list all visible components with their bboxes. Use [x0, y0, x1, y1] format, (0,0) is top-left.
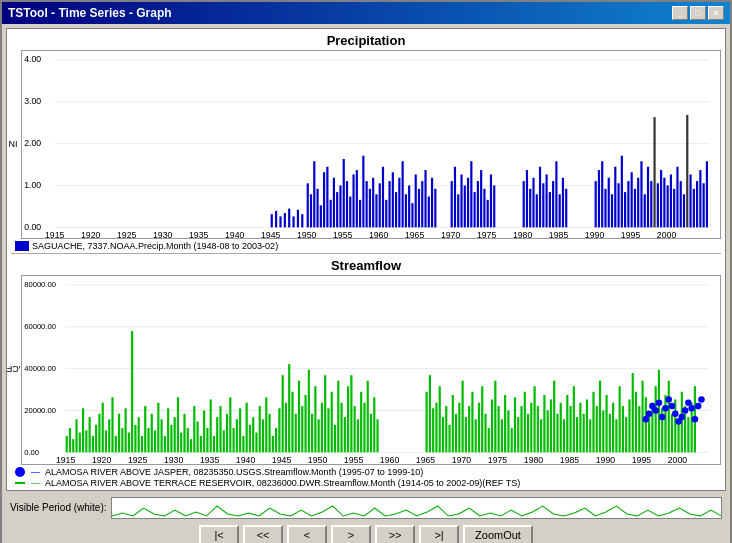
svg-point-363: [692, 416, 699, 423]
svg-rect-206: [187, 429, 189, 453]
svg-rect-281: [478, 403, 480, 453]
svg-rect-292: [514, 398, 516, 453]
svg-rect-295: [524, 392, 526, 453]
svg-text:1960: 1960: [380, 456, 400, 464]
svg-rect-235: [282, 376, 284, 453]
streamflow-svg: 80000.00 60000.00 40000.00 20000.00 0.00: [22, 276, 720, 463]
svg-rect-51: [352, 174, 354, 227]
svg-text:1935: 1935: [200, 456, 220, 464]
svg-rect-270: [442, 418, 444, 453]
svg-point-354: [662, 405, 669, 412]
first-button[interactable]: |<: [199, 525, 239, 543]
svg-rect-288: [501, 420, 503, 453]
svg-rect-227: [255, 433, 257, 453]
svg-rect-209: [197, 422, 199, 453]
svg-rect-223: [242, 436, 244, 453]
svg-point-359: [679, 414, 686, 421]
svg-rect-256: [350, 376, 352, 453]
svg-rect-234: [278, 409, 280, 453]
svg-rect-56: [369, 189, 371, 228]
svg-rect-107: [601, 161, 603, 227]
svg-rect-117: [634, 189, 636, 228]
svg-rect-193: [144, 406, 146, 452]
svg-rect-42: [323, 172, 325, 227]
svg-rect-139: [706, 161, 708, 227]
precipitation-legend-color: [15, 241, 29, 251]
svg-rect-332: [645, 398, 647, 453]
svg-rect-296: [527, 414, 529, 453]
svg-rect-183: [111, 398, 113, 453]
svg-rect-330: [638, 406, 640, 452]
svg-rect-304: [553, 381, 555, 453]
svg-rect-30: [275, 211, 277, 228]
svg-rect-257: [354, 406, 356, 452]
svg-rect-339: [668, 381, 670, 453]
svg-rect-331: [641, 381, 643, 453]
svg-rect-133: [686, 115, 688, 227]
svg-rect-310: [573, 387, 575, 453]
svg-rect-282: [481, 387, 483, 453]
svg-rect-233: [275, 429, 277, 453]
svg-rect-106: [598, 170, 600, 227]
svg-rect-46: [336, 192, 338, 227]
svg-rect-38: [310, 194, 312, 227]
svg-rect-302: [547, 411, 549, 453]
svg-rect-112: [617, 183, 619, 227]
svg-rect-236: [285, 403, 287, 453]
svg-text:80000.00: 80000.00: [24, 280, 56, 289]
svg-rect-71: [418, 189, 420, 228]
svg-rect-274: [455, 414, 457, 453]
svg-rect-85: [477, 181, 479, 227]
minimize-button[interactable]: _: [672, 6, 688, 20]
svg-rect-271: [445, 406, 447, 452]
svg-rect-111: [614, 167, 616, 228]
svg-rect-94: [532, 178, 534, 228]
svg-text:1915: 1915: [45, 230, 65, 238]
svg-rect-136: [696, 181, 698, 227]
svg-rect-312: [579, 403, 581, 453]
zoom-out-button[interactable]: ZoomOut: [463, 525, 533, 543]
svg-rect-194: [147, 429, 149, 453]
svg-rect-277: [465, 418, 467, 453]
svg-text:40000.00: 40000.00: [24, 364, 56, 373]
svg-rect-251: [334, 425, 336, 453]
svg-rect-57: [372, 178, 374, 228]
svg-rect-67: [405, 194, 407, 227]
svg-rect-64: [395, 192, 397, 227]
svg-rect-79: [457, 194, 459, 227]
svg-rect-229: [262, 420, 264, 453]
svg-text:1920: 1920: [92, 456, 112, 464]
svg-text:1925: 1925: [128, 456, 148, 464]
svg-rect-249: [327, 409, 329, 453]
close-button[interactable]: ×: [708, 6, 724, 20]
svg-rect-80: [460, 174, 462, 227]
next-big-button[interactable]: >>: [375, 525, 415, 543]
svg-rect-68: [408, 185, 410, 227]
svg-rect-240: [298, 381, 300, 453]
svg-rect-275: [458, 403, 460, 453]
svg-text:2000: 2000: [668, 456, 688, 464]
svg-rect-199: [164, 436, 166, 453]
svg-rect-279: [471, 392, 473, 453]
svg-text:2000: 2000: [657, 230, 677, 238]
next-button[interactable]: >: [331, 525, 371, 543]
svg-rect-317: [596, 406, 598, 452]
prev-big-button[interactable]: <<: [243, 525, 283, 543]
svg-point-364: [695, 403, 702, 410]
svg-rect-180: [102, 403, 104, 453]
svg-text:1940: 1940: [225, 230, 245, 238]
svg-text:1940: 1940: [236, 456, 256, 464]
svg-rect-169: [66, 436, 68, 453]
prev-button[interactable]: <: [287, 525, 327, 543]
svg-rect-125: [660, 170, 662, 227]
svg-rect-211: [203, 411, 205, 453]
visible-period-chart: [111, 497, 722, 519]
last-button[interactable]: >|: [419, 525, 459, 543]
svg-rect-91: [523, 181, 525, 227]
maximize-button[interactable]: □: [690, 6, 706, 20]
svg-rect-265: [426, 392, 428, 453]
svg-rect-328: [632, 373, 634, 452]
svg-rect-178: [95, 425, 97, 453]
svg-rect-185: [118, 414, 120, 453]
svg-rect-214: [213, 436, 215, 453]
